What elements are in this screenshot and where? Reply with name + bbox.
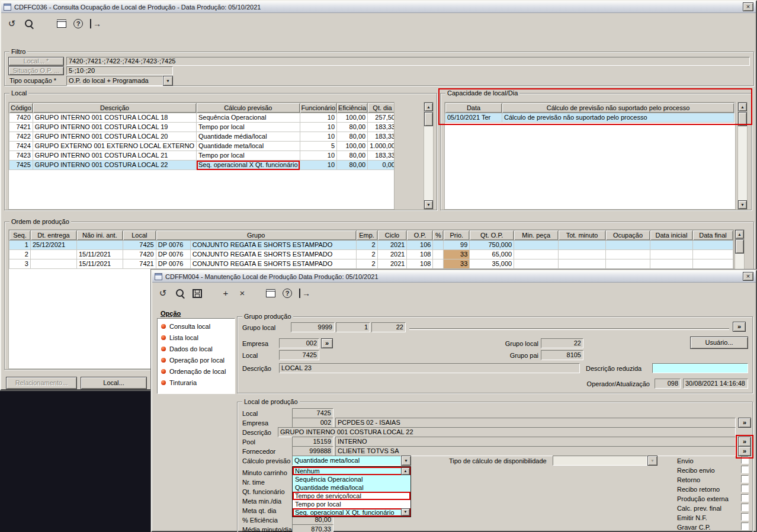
calculo-previsao-dropdown-icon[interactable]: ▼ — [401, 456, 411, 466]
local-field[interactable]: 7425 — [292, 408, 333, 418]
header-cell[interactable]: Cálculo de previsão não suportado pelo p… — [502, 103, 734, 113]
search-icon[interactable] — [24, 18, 34, 29]
calendar-icon[interactable] — [266, 289, 275, 297]
help-icon[interactable]: ? — [283, 289, 292, 298]
exit-icon[interactable]: → — [90, 19, 101, 28]
tipo-ocupacao-dropdown-icon[interactable]: ▼ — [163, 76, 173, 86]
header-cell[interactable]: Emp. — [356, 230, 377, 241]
local-filter-button[interactable]: Local... * — [8, 57, 64, 66]
table-row[interactable]: 3 15/11/2021 7421 DP 0076 CONJUNTO REGAT… — [9, 259, 733, 269]
dropdown-item[interactable]: Sequência Operacional — [293, 475, 410, 483]
scroll-down-icon[interactable]: ▼ — [401, 508, 410, 516]
list-item[interactable]: Operação por local — [159, 354, 233, 366]
header-cell[interactable]: Data inicial — [650, 230, 692, 241]
checkbox[interactable] — [741, 456, 749, 464]
scroll-up-icon[interactable]: ▲ — [738, 102, 747, 111]
descricao-field[interactable]: GRUPO INTERNO 001 COSTURA LOCAL 22 — [278, 427, 736, 437]
header-cell[interactable]: Eficiência — [337, 103, 368, 113]
fornecedor-field[interactable]: 999888 — [292, 446, 333, 456]
table-row[interactable]: 7423 GRUPO INTERNO 001 COSTURA LOCAL 21 … — [9, 151, 395, 161]
header-cell[interactable]: Funcionário — [300, 103, 336, 113]
header-cell[interactable]: Não ini. ant. — [76, 230, 123, 241]
table-row[interactable]: 7420 GRUPO INTERNO 001 COSTURA LOCAL 18 … — [9, 113, 395, 123]
table-row[interactable]: 2 15/11/2021 7420 DP 0076 CONJUNTO REGAT… — [9, 250, 733, 259]
header-cell[interactable]: Descrição — [33, 103, 196, 113]
scroll-thumb[interactable] — [424, 112, 433, 126]
usuario-button[interactable]: Usuário... — [690, 336, 748, 349]
list-item[interactable]: Lista local — [159, 332, 233, 343]
checkbox[interactable] — [741, 485, 749, 492]
header-cell[interactable]: Tot. minuto — [559, 230, 606, 241]
list-item[interactable]: Tinturaria — [159, 377, 233, 388]
empresa-field[interactable]: 002 — [279, 338, 319, 348]
media-minuto-field[interactable]: 870,33 — [292, 524, 333, 532]
table-row-selected[interactable]: 05/10/2021 Ter Cálculo de previsão não s… — [445, 113, 734, 123]
calendar-icon[interactable] — [57, 20, 66, 28]
scroll-thumb[interactable] — [738, 112, 747, 126]
pool-field[interactable]: 15159 — [292, 437, 333, 447]
descricao-field[interactable]: LOCAL 23 — [279, 363, 580, 373]
header-cell[interactable]: Código — [9, 103, 33, 113]
header-cell[interactable]: Qt. dia — [368, 103, 394, 113]
header-cell[interactable]: Data final — [692, 230, 733, 241]
descricao-reduzida-field[interactable] — [652, 363, 748, 373]
grupo-local-field-2[interactable]: 1 — [336, 322, 370, 332]
fornecedor-desc-field[interactable]: CLIENTE TOTVS SA — [335, 446, 736, 456]
header-cell[interactable]: Cálculo previsão — [197, 103, 300, 113]
exit-icon[interactable]: → — [299, 289, 310, 298]
situacao-filter-button[interactable]: Situação O.P. ... — [8, 66, 64, 75]
header-cell[interactable]: Ciclo — [377, 230, 407, 241]
scroll-down-icon[interactable]: ▼ — [424, 200, 433, 209]
header-cell[interactable]: Min. peça — [514, 230, 559, 241]
calculo-previsao-select[interactable]: Quantidade meta/local — [292, 456, 401, 466]
tipo-ocupacao-select[interactable]: O.P. do local + Programada — [66, 76, 163, 86]
dropdown-item[interactable]: Quantidade média/local — [293, 483, 410, 492]
checkbox[interactable] — [741, 466, 749, 473]
scroll-up-icon[interactable]: ▲ — [401, 467, 410, 475]
zoom-button[interactable]: » — [321, 338, 333, 348]
main-close-button[interactable]: × — [743, 2, 753, 11]
undo-icon[interactable]: ↺ — [7, 18, 17, 29]
zoom-button[interactable]: » — [738, 446, 751, 456]
scroll-up-icon[interactable]: ▲ — [735, 230, 744, 239]
search-icon[interactable] — [175, 288, 185, 299]
delete-icon[interactable]: × — [238, 288, 247, 299]
checkbox[interactable] — [741, 513, 749, 521]
header-cell[interactable]: Local — [123, 230, 156, 241]
header-cell[interactable]: Seq. — [9, 230, 31, 241]
list-item[interactable]: Ordenação de local — [159, 366, 233, 377]
table-row[interactable]: 7424 GRUPO EXTERNO 001 EXTERNO LOCAL EXT… — [9, 142, 395, 151]
local-filter-value[interactable]: 7420·;7421·;7422·;7424·;7423·;7425 — [66, 57, 750, 66]
header-cell[interactable]: Ocupação — [606, 230, 650, 241]
table-row[interactable]: 7422 GRUPO INTERNO 001 COSTURA LOCAL 20 … — [9, 132, 395, 142]
save-icon[interactable] — [193, 289, 202, 298]
local-field[interactable]: 7425 — [279, 350, 319, 360]
empresa-field[interactable]: 002 — [292, 418, 333, 428]
header-cell[interactable]: % — [433, 230, 444, 241]
grupo-local-field-3[interactable]: 22 — [371, 322, 406, 332]
header-cell[interactable]: Grupo — [156, 230, 356, 241]
table-row-selected[interactable]: 1 25/12/2021 7425 DP 0076 CONJUNTO REGAT… — [9, 241, 733, 250]
scroll-up-icon[interactable]: ▲ — [424, 102, 433, 111]
checkbox[interactable] — [741, 504, 749, 511]
operador-field[interactable]: 098 — [655, 379, 681, 389]
main-titlebar[interactable]: CDFFC036 - Consulta Ocupação de Local de… — [1, 1, 756, 13]
pool-desc-field[interactable]: INTERNO — [335, 437, 736, 447]
dropdown-item[interactable]: Tempo por local — [293, 500, 410, 508]
empresa-desc-field[interactable]: PCPDES 02 - ISAIAS — [335, 418, 736, 428]
dialog-close-button[interactable]: × — [743, 272, 753, 281]
undo-icon[interactable]: ↺ — [158, 288, 168, 299]
checkbox[interactable] — [741, 475, 749, 483]
zoom-button[interactable]: » — [733, 322, 746, 332]
checkbox[interactable] — [741, 494, 749, 502]
local-table-scrollbar[interactable]: ▲ ▼ — [424, 102, 434, 210]
relacionamento-button[interactable]: Relacionamento... — [6, 377, 77, 389]
dropdown-item[interactable]: Seq. operacional X Qt. funcionário — [293, 508, 410, 517]
list-item[interactable]: Consulta local — [159, 321, 233, 332]
header-cell[interactable]: Prio. — [444, 230, 470, 241]
zoom-button[interactable]: » — [738, 437, 751, 447]
table-row[interactable]: 7421 GRUPO INTERNO 001 COSTURA LOCAL 19 … — [9, 123, 395, 132]
header-cell[interactable]: Dt. entrega — [30, 230, 76, 241]
capacidade-table-scrollbar[interactable]: ▲ ▼ — [737, 102, 748, 210]
grupo-pai-field[interactable]: 8105 — [541, 350, 583, 360]
